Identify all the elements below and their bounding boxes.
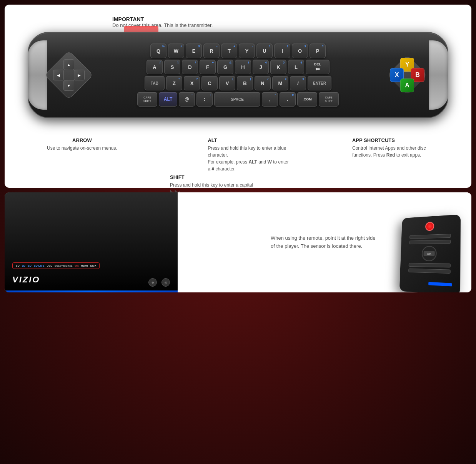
sensor-text: When using the remote, point it at the r… <box>271 234 378 250</box>
arrow-pad: ▲ ▼ ◀ ▶ <box>52 58 86 92</box>
key-o[interactable]: 3O <box>292 43 308 58</box>
player-section: SD 3D BD BD LIVE DVD DOLBY DIGITAL dts H… <box>5 192 178 292</box>
key-enter[interactable]: ENTER <box>308 76 331 90</box>
key-x[interactable]: >X <box>184 76 200 90</box>
key-s[interactable]: ]S <box>164 60 180 74</box>
alt-label-title: ALT <box>208 137 292 143</box>
key-caps-shift-left[interactable]: CAPSSHIFT <box>137 92 157 107</box>
key-d[interactable]: \D <box>182 60 198 74</box>
badge-strip: SD 3D BD BD LIVE DVD DOLBY DIGITAL dts H… <box>12 262 100 269</box>
app-pad: Y X B A <box>390 58 424 92</box>
remote-mini-btn-4 <box>408 269 450 274</box>
app-shortcuts: Y X B A <box>390 58 424 92</box>
key-e[interactable]: $E <box>186 43 202 58</box>
arrow-pad-background <box>44 50 93 99</box>
app-shortcuts-label: APP SHORTCUTS Control Internet Apps and … <box>352 137 437 159</box>
key-f[interactable]: +F <box>200 60 216 74</box>
key-slash[interactable]: 9/ <box>290 76 306 90</box>
key-g[interactable]: &G <box>217 60 233 74</box>
key-at[interactable]: ~@ <box>179 92 195 107</box>
important-text: Do not cover this area. This is the tran… <box>112 22 456 28</box>
player-front: SD 3D BD BD LIVE DVD DOLBY DIGITAL dts H… <box>5 192 178 292</box>
remote-ok-button: OK <box>423 251 434 256</box>
key-q[interactable]: %Q <box>150 43 166 58</box>
badge-3d: 3D <box>22 264 25 267</box>
badge-divx: DivX <box>90 264 97 267</box>
key-period[interactable]: 0. <box>280 92 296 107</box>
remote-keyboard: ▲ ▼ ◀ ▶ %Q #W $E =R +T -Y 1U 2I 3O <box>28 32 448 118</box>
key-v[interactable]: (V <box>219 76 235 90</box>
key-z[interactable]: <Z <box>166 76 182 90</box>
key-row-4: CAPSSHIFT ALT ~@ ;: SPACE ", 0. .COM CAP… <box>92 92 384 107</box>
player-icon-network: ◎ <box>161 278 170 287</box>
key-alt[interactable]: ALT <box>159 92 177 107</box>
player-icon-wifi: ⊕ <box>148 278 157 287</box>
bottom-panel: SD 3D BD BD LIVE DVD DOLBY DIGITAL dts H… <box>5 192 471 292</box>
key-y[interactable]: -Y <box>239 43 255 58</box>
badge-bd: BD <box>28 264 32 267</box>
remote-mini-circle: OK <box>421 246 437 261</box>
key-l[interactable]: 6L <box>288 60 304 74</box>
labels-row: ARROW Use to navigate on-screen menus. A… <box>20 137 456 172</box>
keyboard-area: %Q #W $E =R +T -Y 1U 2I 3O ?P [A ]S \D +… <box>92 43 384 107</box>
player-icons: ⊕ ◎ <box>148 278 170 287</box>
remote-mini-btn-2 <box>409 240 451 244</box>
key-colon[interactable]: ;: <box>196 92 213 107</box>
badge-bdlive: BD LIVE <box>34 264 45 267</box>
arrow-label: ARROW Use to navigate on-screen menus. <box>47 137 117 152</box>
key-m[interactable]: 8M <box>272 76 288 90</box>
arrow-right-button[interactable]: ▶ <box>74 70 85 80</box>
key-i[interactable]: 2I <box>274 43 290 58</box>
key-u[interactable]: 1U <box>256 43 273 58</box>
key-row-3: TAB <Z >X -C (V )B 7N 8M 9/ ENTER <box>92 76 384 90</box>
top-panel: IMPORTANT Do not cover this area. This i… <box>5 5 471 188</box>
key-del[interactable]: DEL ⬅ <box>306 60 330 74</box>
key-tab[interactable]: TAB <box>145 76 165 90</box>
app-shortcuts-label-desc: Control Internet Apps and other disc fun… <box>352 145 437 159</box>
key-c[interactable]: -C <box>201 76 218 90</box>
key-row-1: %Q #W $E =R +T -Y 1U 2I 3O ?P <box>92 43 384 58</box>
key-caps-shift-right[interactable]: CAPSSHIFT <box>319 92 339 107</box>
remote-power-button <box>425 222 434 231</box>
key-t[interactable]: +T <box>221 43 237 58</box>
key-j[interactable]: 4J <box>253 60 269 74</box>
important-section: IMPORTANT Do not cover this area. This i… <box>20 16 456 28</box>
key-n[interactable]: 7N <box>255 76 271 90</box>
arrow-up-button[interactable]: ▲ <box>63 59 74 70</box>
badge-dolby: DOLBY DIGITAL <box>55 265 72 267</box>
arrow-label-title: ARROW <box>47 137 117 143</box>
key-a[interactable]: [A <box>146 60 163 74</box>
badge-dvd: DVD <box>47 264 52 267</box>
remote-mini-btn-3 <box>409 263 451 267</box>
badge-hdmi: HDMI <box>81 264 88 267</box>
key-k[interactable]: 5K <box>270 60 286 74</box>
shift-label-title: SHIFT <box>170 174 255 180</box>
key-h[interactable]: !H <box>235 60 251 74</box>
remote-mini-btn-1 <box>409 234 451 239</box>
arrow-down-button[interactable]: ▼ <box>63 80 74 91</box>
key-com[interactable]: .COM <box>297 92 317 107</box>
key-w[interactable]: #W <box>168 43 184 58</box>
remote-blue-accent <box>428 282 452 287</box>
key-p[interactable]: ?P <box>310 43 326 58</box>
app-button-a[interactable]: A <box>400 78 414 92</box>
app-shortcuts-label-title: APP SHORTCUTS <box>352 137 437 143</box>
badge-sd: SD <box>16 264 20 267</box>
arrow-left-button[interactable]: ◀ <box>53 70 64 80</box>
alt-label: ALT Press and hold this key to enter a b… <box>208 137 292 172</box>
right-section: When using the remote, point it at the r… <box>178 192 471 292</box>
blue-strip <box>5 290 178 292</box>
key-row-2: [A ]S \D +F &G !H 4J 5K 6L DEL ⬅ <box>92 60 384 74</box>
badge-dts: dts <box>75 264 79 267</box>
key-space[interactable]: SPACE <box>214 92 260 107</box>
important-title: IMPORTANT <box>112 16 456 22</box>
key-comma[interactable]: ", <box>262 92 278 107</box>
alt-label-desc: Press and hold this key to enter a blue … <box>208 145 292 172</box>
vizio-logo: VIZIO <box>12 275 40 285</box>
key-r[interactable]: =R <box>203 43 220 58</box>
remote-mini-image: OK <box>399 214 461 292</box>
arrow-label-desc: Use to navigate on-screen menus. <box>47 145 117 152</box>
key-b[interactable]: )B <box>237 76 253 90</box>
